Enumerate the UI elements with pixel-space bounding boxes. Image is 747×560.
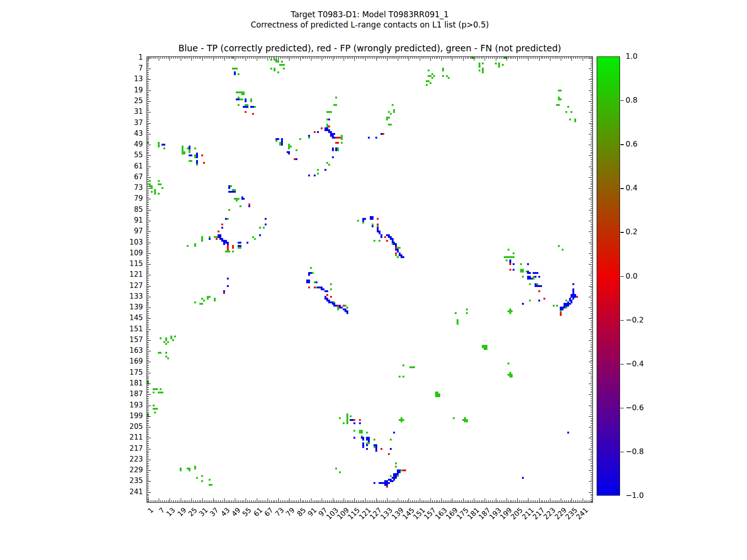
- y-tick-label: 85: [56, 205, 143, 214]
- minor-tick: [410, 57, 411, 59]
- minor-tick: [590, 57, 590, 59]
- minor-tick: [591, 252, 592, 252]
- minor-tick: [147, 377, 149, 377]
- major-tick: [420, 498, 420, 502]
- minor-tick: [564, 500, 565, 502]
- minor-tick: [591, 462, 592, 462]
- major-tick: [561, 57, 561, 61]
- minor-tick: [425, 500, 425, 502]
- contact-cell-fn: [397, 475, 399, 477]
- colorbar-tick-label: −0.6: [626, 403, 644, 413]
- minor-tick: [454, 57, 454, 59]
- minor-tick: [147, 355, 149, 355]
- minor-tick: [147, 478, 149, 478]
- minor-tick: [449, 500, 449, 502]
- minor-tick: [591, 110, 592, 111]
- contact-cell-tp: [308, 274, 310, 276]
- minor-tick: [147, 301, 149, 301]
- contact-cell-fn: [149, 180, 151, 182]
- minor-tick: [147, 186, 149, 187]
- minor-tick: [349, 500, 349, 502]
- major-tick: [147, 177, 151, 178]
- minor-tick: [405, 500, 406, 502]
- minor-tick: [591, 157, 592, 158]
- minor-tick: [591, 250, 592, 250]
- minor-tick: [407, 500, 408, 502]
- minor-tick: [591, 83, 592, 84]
- contact-cell-fn: [189, 469, 190, 471]
- contact-cell-fn: [374, 240, 375, 242]
- major-tick: [528, 57, 529, 61]
- minor-tick: [147, 387, 149, 388]
- y-tick-label: 151: [56, 325, 143, 333]
- contact-cell-fn: [529, 283, 531, 285]
- contact-cell-fn: [160, 337, 162, 339]
- minor-tick: [147, 215, 149, 216]
- minor-tick: [275, 500, 275, 502]
- contact-cell-fn: [194, 245, 196, 247]
- minor-tick: [147, 353, 149, 353]
- minor-tick: [591, 355, 592, 355]
- major-tick: [589, 188, 592, 189]
- major-tick: [147, 460, 151, 460]
- minor-tick: [429, 57, 429, 59]
- major-tick: [589, 221, 592, 221]
- contact-cell-fn: [317, 173, 319, 175]
- minor-tick: [591, 141, 592, 141]
- y-tick-label: 55: [56, 151, 143, 159]
- minor-tick: [591, 404, 592, 404]
- minor-tick: [591, 378, 592, 378]
- major-tick: [147, 264, 151, 265]
- major-tick: [147, 373, 151, 373]
- minor-tick: [229, 500, 230, 502]
- minor-tick: [177, 500, 177, 502]
- colorbar-tick: [620, 408, 624, 408]
- minor-tick: [437, 500, 438, 502]
- y-tick-label: 13: [56, 75, 143, 83]
- minor-tick: [147, 121, 149, 122]
- minor-tick: [591, 447, 592, 448]
- minor-tick: [559, 500, 559, 502]
- contact-cell-fn: [234, 189, 236, 191]
- minor-tick: [282, 500, 282, 502]
- y-tick-label: 211: [56, 433, 143, 441]
- colorbar: [597, 56, 620, 496]
- contact-cell-fp: [381, 448, 382, 450]
- contact-cell-tp: [234, 191, 236, 193]
- minor-tick: [591, 293, 592, 294]
- minor-tick: [505, 57, 505, 59]
- minor-tick: [521, 500, 521, 502]
- minor-tick: [591, 385, 592, 386]
- minor-tick: [266, 57, 266, 59]
- minor-tick: [579, 500, 579, 502]
- minor-tick: [147, 154, 149, 154]
- major-tick: [147, 91, 151, 91]
- contact-cell-fn: [486, 348, 487, 350]
- contact-cell-fn: [330, 111, 332, 113]
- contact-cell-fn: [163, 147, 165, 149]
- minor-tick: [591, 165, 592, 165]
- minor-tick: [164, 500, 165, 502]
- minor-tick: [436, 500, 437, 502]
- minor-tick: [147, 371, 149, 371]
- contact-cell-tp: [513, 269, 514, 271]
- minor-tick: [184, 500, 185, 502]
- minor-tick: [403, 57, 404, 59]
- y-tick-label: 61: [56, 162, 143, 170]
- contact-cell-fn: [290, 146, 292, 147]
- major-tick: [589, 416, 592, 417]
- minor-tick: [591, 63, 592, 64]
- minor-tick: [222, 57, 223, 59]
- minor-tick: [521, 57, 521, 59]
- minor-tick: [373, 57, 373, 59]
- minor-tick: [147, 196, 149, 196]
- contact-cell-fn: [317, 169, 319, 171]
- minor-tick: [147, 279, 149, 279]
- minor-tick: [591, 418, 592, 419]
- major-tick: [589, 460, 592, 460]
- major-tick: [589, 449, 592, 449]
- minor-tick: [147, 157, 149, 158]
- contact-cell-fn: [160, 352, 162, 354]
- minor-tick: [345, 500, 346, 502]
- minor-tick: [412, 57, 413, 59]
